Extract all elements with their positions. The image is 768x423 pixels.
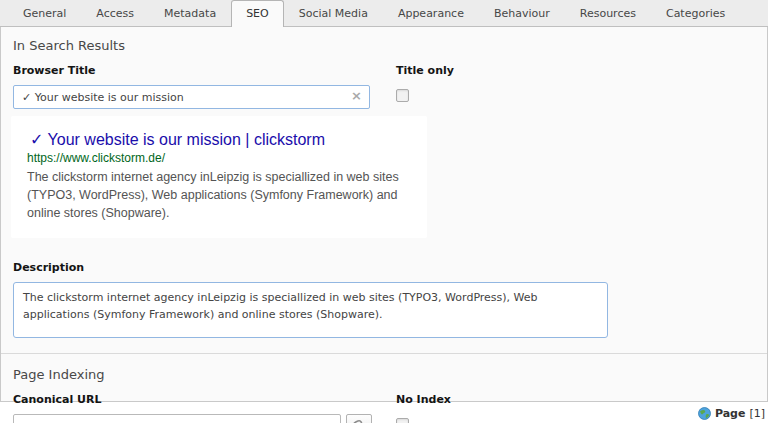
title-only-label: Title only (396, 64, 755, 77)
record-type-label: Page (715, 407, 746, 420)
globe-page-icon (698, 407, 711, 420)
description-label: Description (13, 261, 755, 274)
section-in-search-results: In Search Results Browser Title Title on… (1, 27, 767, 338)
browser-title-label: Browser Title (13, 64, 396, 77)
tab-access[interactable]: Access (81, 0, 149, 26)
tab-general[interactable]: General (8, 0, 81, 26)
link-wizard-button[interactable] (346, 414, 372, 423)
section-heading: Page Indexing (13, 367, 755, 382)
label-row: Browser Title Title only (13, 64, 755, 77)
tab-seo[interactable]: SEO (231, 0, 284, 27)
record-uid: [1] (749, 407, 765, 420)
section-heading: In Search Results (13, 38, 755, 53)
clear-input-icon[interactable]: × (351, 89, 362, 103)
canonical-url-field-wrap (13, 414, 396, 423)
serp-preview-card: ✓ Your website is our mission | clicksto… (11, 116, 427, 238)
tab-resources[interactable]: Resources (565, 0, 651, 26)
seo-tab-panel: In Search Results Browser Title Title on… (0, 27, 768, 402)
serp-preview-title-link[interactable]: ✓ Your website is our mission | clicksto… (30, 130, 411, 149)
field-row: × (13, 85, 755, 109)
browser-title-input[interactable] (13, 85, 370, 109)
label-row: Canonical URL No Index (13, 393, 755, 406)
tab-bar: General Access Metadata SEO Social Media… (0, 0, 768, 27)
tab-social-media[interactable]: Social Media (284, 0, 383, 26)
browser-title-field-wrap: × (13, 85, 370, 109)
serp-preview-url: https://www.clickstorm.de/ (27, 151, 411, 166)
tab-categories[interactable]: Categories (651, 0, 740, 26)
tab-metadata[interactable]: Metadata (149, 0, 231, 26)
title-only-checkbox[interactable] (396, 89, 409, 102)
canonical-url-label: Canonical URL (13, 393, 396, 406)
tab-behaviour[interactable]: Behaviour (479, 0, 565, 26)
tab-appearance[interactable]: Appearance (383, 0, 479, 26)
link-pencil-icon (351, 418, 367, 423)
no-index-label: No Index (396, 393, 755, 406)
no-index-checkbox[interactable] (396, 418, 409, 423)
canonical-url-input[interactable] (13, 414, 341, 423)
description-textarea[interactable]: The clickstorm internet agency inLeipzig… (13, 282, 608, 338)
serp-preview-description: The clickstorm internet agency inLeipzig… (27, 168, 407, 222)
